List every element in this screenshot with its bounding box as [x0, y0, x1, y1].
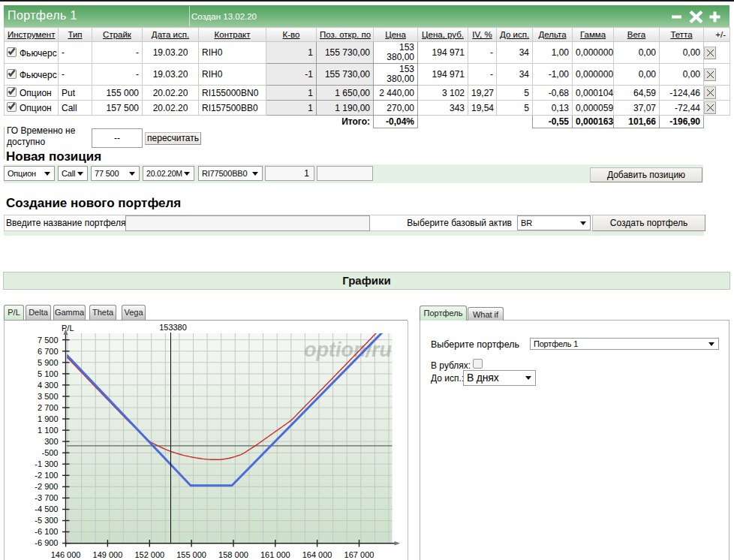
- svg-text:-2 900: -2 900: [35, 482, 58, 491]
- svg-text:4 300: 4 300: [38, 381, 59, 390]
- svg-text:146 000: 146 000: [51, 550, 81, 559]
- svg-text:153380: 153380: [159, 323, 187, 332]
- svg-text:2 700: 2 700: [38, 403, 59, 412]
- svg-text:167 000: 167 000: [344, 550, 375, 559]
- svg-text:-6 900: -6 900: [35, 538, 58, 547]
- svg-text:158 000: 158 000: [218, 550, 248, 559]
- svg-text:1 100: 1 100: [38, 426, 59, 435]
- svg-text:-4 500: -4 500: [35, 504, 58, 513]
- svg-text:6 700: 6 700: [38, 347, 59, 356]
- svg-text:-500: -500: [41, 448, 58, 457]
- svg-text:5 900: 5 900: [38, 358, 59, 367]
- svg-text:5 100: 5 100: [38, 369, 59, 378]
- svg-text:-2 100: -2 100: [35, 471, 58, 480]
- svg-text:-3 700: -3 700: [35, 493, 58, 502]
- svg-text:161 000: 161 000: [260, 550, 290, 559]
- svg-text:P/L: P/L: [62, 324, 74, 333]
- svg-text:-6 100: -6 100: [35, 527, 58, 536]
- svg-text:3 500: 3 500: [38, 392, 59, 401]
- svg-text:7 500: 7 500: [38, 336, 59, 345]
- svg-text:149 000: 149 000: [93, 550, 123, 559]
- svg-text:155 000: 155 000: [176, 550, 206, 559]
- svg-text:-5 300: -5 300: [35, 516, 58, 525]
- svg-text:-1 300: -1 300: [35, 459, 58, 468]
- svg-text:164 000: 164 000: [302, 550, 332, 559]
- svg-text:152 000: 152 000: [134, 550, 164, 559]
- svg-text:option/ru: option/ru: [304, 339, 392, 361]
- svg-text:300: 300: [44, 437, 58, 446]
- svg-text:1 900: 1 900: [38, 414, 59, 423]
